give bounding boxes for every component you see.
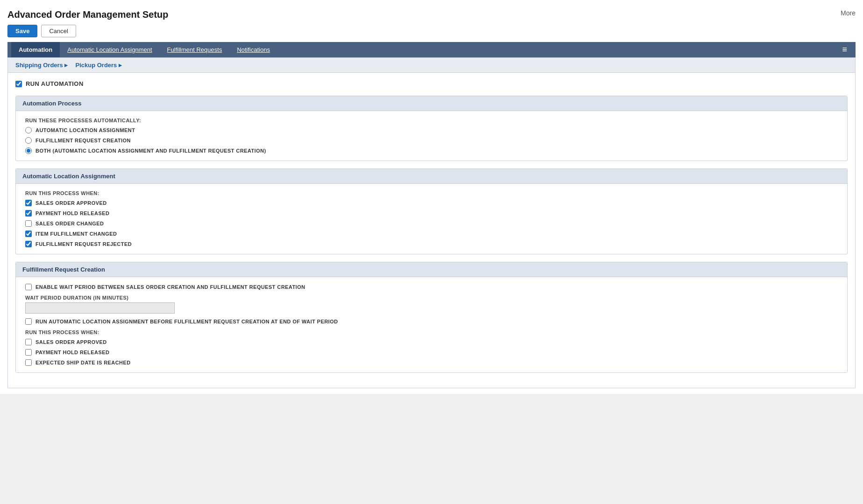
frc-expected-ship-label[interactable]: EXPECTED SHIP DATE IS REACHED [35, 360, 131, 365]
wait-period-field: WAIT PERIOD DURATION (IN MINUTES) [25, 295, 838, 314]
fulfillment-request-body: ENABLE WAIT PERIOD BETWEEN SALES ORDER C… [16, 277, 847, 372]
radio-both[interactable] [25, 147, 32, 154]
run-processes-label: RUN THESE PROCESSES AUTOMATICALLY: [25, 118, 838, 123]
tab-automation[interactable]: Automation [11, 42, 60, 57]
page-title: Advanced Order Management Setup [7, 9, 169, 20]
ala-sales-changed-item: SALES ORDER CHANGED [25, 220, 838, 227]
automation-process-header: Automation Process [16, 96, 847, 111]
ala-payment-hold-label[interactable]: PAYMENT HOLD RELEASED [35, 210, 109, 216]
frc-sales-approved-item: SALES ORDER APPROVED [25, 339, 838, 345]
ala-sales-approved-label[interactable]: SALES ORDER APPROVED [35, 200, 107, 206]
radio-both-label[interactable]: BOTH (AUTOMATIC LOCATION ASSIGNMENT AND … [35, 148, 266, 154]
frc-sales-approved-checkbox[interactable] [25, 339, 32, 345]
run-automation-label[interactable]: RUN AUTOMATION [26, 80, 84, 87]
sub-tab-shipping-orders[interactable]: Shipping Orders ▸ [13, 61, 71, 70]
ala-item-fulfill-item: ITEM FULFILLMENT CHANGED [25, 231, 838, 237]
ala-item-fulfill-label[interactable]: ITEM FULFILLMENT CHANGED [35, 231, 117, 237]
frc-expected-ship-checkbox[interactable] [25, 359, 32, 366]
ala-sales-approved-checkbox[interactable] [25, 200, 32, 206]
radio-item-auto-loc: AUTOMATIC LOCATION ASSIGNMENT [25, 127, 838, 133]
save-button[interactable]: Save [7, 25, 37, 37]
automation-radio-group: AUTOMATIC LOCATION ASSIGNMENT FULFILLMEN… [25, 127, 838, 154]
ala-fulfill-rejected-label[interactable]: FULFILLMENT REQUEST REJECTED [35, 241, 132, 247]
fulfillment-request-section: Fulfillment Request Creation ENABLE WAIT… [15, 262, 848, 373]
frc-expected-ship-item: EXPECTED SHIP DATE IS REACHED [25, 359, 838, 366]
nav-menu-icon[interactable]: ≡ [837, 42, 852, 57]
wait-period-label: WAIT PERIOD DURATION (IN MINUTES) [25, 295, 838, 301]
radio-item-both: BOTH (AUTOMATIC LOCATION ASSIGNMENT AND … [25, 147, 838, 154]
ala-checkbox-group: SALES ORDER APPROVED PAYMENT HOLD RELEAS… [25, 200, 838, 247]
run-when-label-frc: RUN THIS PROCESS WHEN: [25, 329, 838, 335]
enable-wait-item: ENABLE WAIT PERIOD BETWEEN SALES ORDER C… [25, 284, 838, 290]
toolbar: Save Cancel [7, 25, 856, 37]
frc-payment-hold-label[interactable]: PAYMENT HOLD RELEASED [35, 350, 109, 355]
radio-item-fulfill-req: FULFILLMENT REQUEST CREATION [25, 137, 838, 144]
run-automation-row: RUN AUTOMATION [15, 80, 848, 87]
automatic-location-section: Automatic Location Assignment RUN THIS P… [15, 168, 848, 254]
frc-checkbox-group: SALES ORDER APPROVED PAYMENT HOLD RELEAS… [25, 339, 838, 366]
ala-sales-changed-checkbox[interactable] [25, 220, 32, 227]
ala-fulfill-rejected-item: FULFILLMENT REQUEST REJECTED [25, 241, 838, 247]
frc-payment-hold-checkbox[interactable] [25, 349, 32, 356]
run-automation-checkbox[interactable] [15, 81, 22, 87]
frc-sales-approved-label[interactable]: SALES ORDER APPROVED [35, 339, 107, 345]
more-button[interactable]: More [841, 9, 856, 17]
ala-fulfill-rejected-checkbox[interactable] [25, 241, 32, 247]
tab-automatic-location-assignment[interactable]: Automatic Location Assignment [60, 42, 159, 57]
ala-sales-approved-item: SALES ORDER APPROVED [25, 200, 838, 206]
enable-wait-label[interactable]: ENABLE WAIT PERIOD BETWEEN SALES ORDER C… [35, 284, 305, 290]
run-auto-loc-checkbox[interactable] [25, 318, 32, 325]
tab-fulfillment-requests[interactable]: Fulfillment Requests [160, 42, 230, 57]
radio-fulfill-req-label[interactable]: FULFILLMENT REQUEST CREATION [35, 138, 131, 143]
fulfillment-request-header: Fulfillment Request Creation [16, 262, 847, 277]
wait-period-input[interactable] [25, 302, 175, 314]
sub-tabs: Shipping Orders ▸ Pickup Orders ▸ [7, 57, 856, 73]
nav-tabs: Automation Automatic Location Assignment… [7, 42, 856, 57]
content-area: RUN AUTOMATION Automation Process RUN TH… [7, 73, 856, 388]
cancel-button[interactable]: Cancel [41, 25, 76, 37]
page-wrapper: Advanced Order Management Setup More Sav… [0, 0, 863, 394]
frc-payment-hold-item: PAYMENT HOLD RELEASED [25, 349, 838, 356]
run-auto-loc-item: RUN AUTOMATIC LOCATION ASSIGNMENT BEFORE… [25, 318, 838, 325]
automation-process-body: RUN THESE PROCESSES AUTOMATICALLY: AUTOM… [16, 111, 847, 161]
radio-auto-loc-label[interactable]: AUTOMATIC LOCATION ASSIGNMENT [35, 127, 135, 133]
radio-auto-loc[interactable] [25, 127, 32, 133]
tab-notifications[interactable]: Notifications [229, 42, 277, 57]
automatic-location-body: RUN THIS PROCESS WHEN: SALES ORDER APPRO… [16, 184, 847, 254]
sub-tab-pickup-orders[interactable]: Pickup Orders ▸ [72, 61, 124, 70]
ala-sales-changed-label[interactable]: SALES ORDER CHANGED [35, 221, 104, 226]
enable-wait-checkbox[interactable] [25, 284, 32, 290]
run-when-label-ala: RUN THIS PROCESS WHEN: [25, 190, 838, 196]
automatic-location-header: Automatic Location Assignment [16, 169, 847, 184]
ala-payment-hold-item: PAYMENT HOLD RELEASED [25, 210, 838, 217]
radio-fulfill-req[interactable] [25, 137, 32, 144]
automation-process-section: Automation Process RUN THESE PROCESSES A… [15, 96, 848, 161]
ala-item-fulfill-checkbox[interactable] [25, 231, 32, 237]
ala-payment-hold-checkbox[interactable] [25, 210, 32, 217]
run-auto-loc-label[interactable]: RUN AUTOMATIC LOCATION ASSIGNMENT BEFORE… [35, 319, 338, 324]
page-header: Advanced Order Management Setup More [7, 6, 856, 25]
